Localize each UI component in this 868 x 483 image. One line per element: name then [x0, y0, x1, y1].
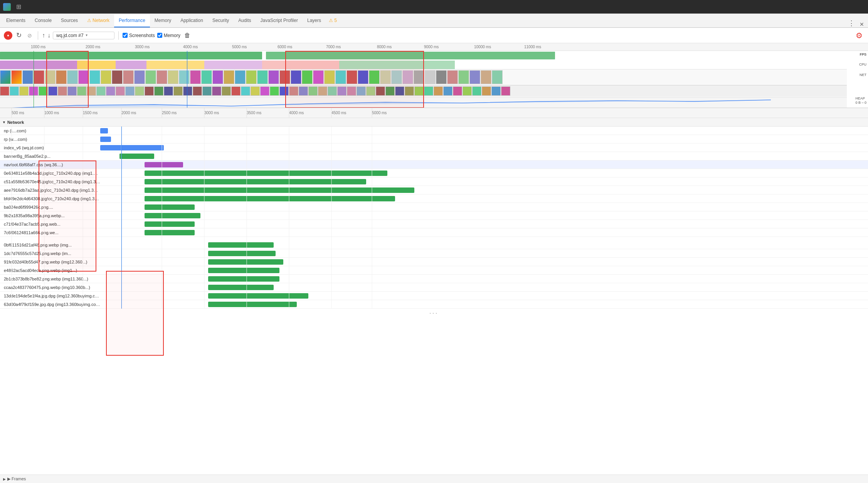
list-item[interactable]: c71f04e37ac7acb5.png.web... [0, 220, 868, 228]
list-item[interactable]: bfd49e2dc4d64308.jpg!cc_710x240.dpg (img… [0, 194, 868, 203]
frames-bar[interactable]: ▶ ▶ Frames [0, 475, 868, 483]
row-label: bfd49e2dc4d64308.jpg!cc_710x240.dpg (img… [0, 196, 100, 201]
list-item[interactable]: index_v6 (wq.jd.com) [0, 144, 868, 152]
screenshots-checkbox[interactable] [123, 33, 128, 38]
upload-icon[interactable]: ↑ [42, 32, 45, 39]
tab-audits[interactable]: Audits [234, 14, 256, 27]
main-detail: 500 ms 1000 ms 1500 ms 2000 ms 2500 ms 3… [0, 108, 868, 483]
list-item[interactable]: 13dde194de5e1f4a.jpg.dpg (img12.360buyim… [0, 292, 868, 300]
row-label: aee7916db7a23aa.jpg!cc_710x240.dpg (img1… [0, 188, 100, 193]
tab-elements[interactable]: Elements [2, 14, 30, 27]
list-item[interactable]: e4862ac5acd04eca.png.webp (img1...) [0, 266, 868, 275]
list-item[interactable]: 63d00a4f79cf159e.jpg.dpg (img13.360buyim… [0, 300, 868, 309]
list-item[interactable]: 0e634811e58b4a1d.jpg!cc_710x240.dpg (img… [0, 169, 868, 177]
list-item[interactable]: aee7916db7a23aa.jpg!cc_710x240.dpg (img1… [0, 186, 868, 194]
tab-security[interactable]: Security [208, 14, 234, 27]
net-bar [119, 154, 154, 159]
list-item[interactable]: 7c6f06124811a666.png.we... [0, 228, 868, 237]
url-selector[interactable]: wq.jd.com #7 ▼ [53, 32, 114, 39]
tab-console[interactable]: Console [30, 14, 56, 27]
row-label: ba024ed6f999426c.png.... [0, 205, 100, 209]
ruler-label-3000: 3000 ms [135, 45, 150, 49]
screenshots-label: Screenshots [129, 33, 155, 38]
list-item[interactable]: 2b1cb373b8b7be82.png.webp (img11.360...) [0, 275, 868, 283]
dock-icon[interactable]: ⊞ [15, 2, 23, 11]
svg-rect-0 [0, 52, 262, 59]
list-item[interactable]: 1dc7d76555c57d25.png.webp (im... [0, 249, 868, 258]
net-bar [100, 137, 111, 142]
memory-checkbox-group[interactable]: Memory [157, 33, 180, 38]
net-bar [145, 187, 414, 193]
more-options-icon[interactable]: ⋮ [846, 19, 857, 27]
list-item[interactable]: ba024ed6f999426c.png.... [0, 203, 868, 211]
close-devtools-icon[interactable]: ✕ [857, 21, 866, 27]
ruler-label-4000: 4000 ms [183, 45, 198, 49]
tab-application[interactable]: Application [176, 14, 208, 27]
overview-lanes[interactable]: FPS CPU [0, 51, 868, 108]
detail-ruler-4000ms: 4000 ms [289, 111, 304, 115]
network-section: ▼ Network np (i....com) rp (w....com) [0, 118, 868, 475]
devtools-toolbar: ⊞ [0, 0, 868, 14]
fps-lane [0, 51, 847, 61]
devtools-logo-icon [3, 3, 11, 11]
ruler-label-1000: 1000 ms [31, 45, 45, 49]
network-section-chevron: ▼ [2, 120, 6, 124]
list-item[interactable]: rp (w....com) [0, 135, 868, 144]
tab-sources[interactable]: Sources [56, 14, 82, 27]
list-item[interactable]: np (i....com) [0, 127, 868, 135]
detail-ruler-3500ms: 3500 ms [247, 111, 261, 115]
net-bar [208, 259, 283, 265]
list-item[interactable]: 9b2a1835a98a395a.png.webp... [0, 211, 868, 220]
frames-label: ▶ Frames [7, 476, 26, 481]
row-label: 7c6f06124811a666.png.we... [0, 230, 100, 235]
fps-label: FPS [860, 52, 866, 56]
net-bar [208, 276, 279, 282]
ruler-label-11000: 11000 ms [524, 45, 541, 49]
list-item[interactable]: 0bf611516d21af48.png.webp (img... [0, 241, 868, 249]
record-button[interactable]: ● [4, 31, 12, 40]
row-label: 9b2a1835a98a395a.png.webp... [0, 213, 100, 218]
ruler-label-5000: 5000 ms [232, 45, 247, 49]
tab-performance[interactable]: Performance [114, 14, 150, 27]
tab-layers[interactable]: Layers [303, 14, 326, 27]
list-item[interactable]: navfoot.6bf68af7.css (wq.36....) [0, 160, 868, 169]
svg-rect-6 [204, 61, 262, 69]
network-warning-icon: ⚠ [87, 18, 91, 23]
url-chevron-icon: ▼ [85, 34, 88, 37]
list-item[interactable]: c51a558b53670e45.jpg!cc_710x240.dpg (img… [0, 177, 868, 186]
network-section-header[interactable]: ▼ Network [0, 118, 868, 127]
row-label: index_v6 (wq.jd.com) [0, 145, 100, 150]
list-item[interactable]: bannerBg_85aa05e2.p... [0, 152, 868, 160]
list-item[interactable]: ccaa2c4837760475.png.webp (img10.360b...… [0, 283, 868, 292]
row-label: bannerBg_85aa05e2.p... [0, 154, 100, 159]
net-bar [145, 213, 200, 218]
net-bar [208, 268, 279, 273]
screenshots-checkbox-group[interactable]: Screenshots [123, 33, 155, 38]
url-text: wq.jd.com #7 [56, 33, 84, 38]
tab-js-profiler[interactable]: JavaScript Profiler [256, 14, 303, 27]
frames-chevron-icon: ▶ [3, 477, 6, 481]
row-label: 0bf611516d21af48.png.webp (img... [0, 243, 100, 247]
delete-button[interactable]: 🗑 [183, 31, 192, 40]
tab-warning-count[interactable]: ⚠ 5 [326, 14, 340, 27]
net-bar [208, 302, 297, 307]
settings-button[interactable]: ⚙ [854, 30, 864, 41]
ruler-label-2000: 2000 ms [86, 45, 100, 49]
list-item[interactable]: 91fe032d40b55d47.png.webp (img12.360...) [0, 258, 868, 266]
row-label: 0e634811e58b4a1d.jpg!cc_710x240.dpg (img… [0, 171, 100, 176]
stop-button[interactable]: ⊘ [25, 31, 34, 40]
download-icon[interactable]: ↓ [47, 32, 50, 39]
svg-rect-5 [146, 61, 204, 69]
tab-memory[interactable]: Memory [150, 14, 176, 27]
tab-network[interactable]: ⚠ Network [82, 14, 114, 27]
net-bar [145, 204, 195, 210]
row-label: rp (w....com) [0, 137, 100, 142]
net-label: NET [860, 73, 866, 77]
detail-ruler-2000ms: 2000 ms [121, 111, 136, 115]
net-bar [145, 171, 387, 176]
net-bar [208, 251, 276, 256]
net-bar [208, 285, 274, 290]
memory-checkbox[interactable] [157, 33, 162, 38]
reload-record-button[interactable]: ↻ [15, 31, 23, 40]
net-bar [145, 196, 395, 201]
